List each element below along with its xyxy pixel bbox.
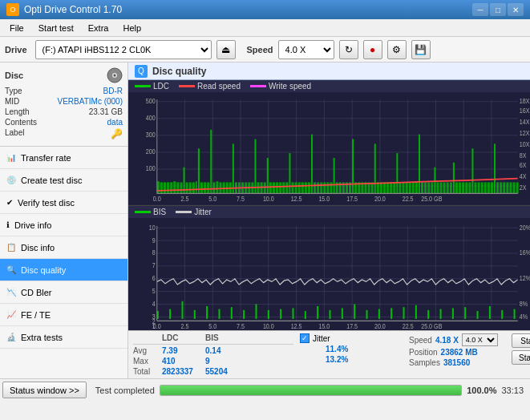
svg-rect-141 bbox=[453, 163, 455, 194]
disc-info-icon: 📋 bbox=[6, 243, 16, 252]
minimize-button[interactable]: ─ bbox=[472, 3, 488, 16]
svg-text:7.5: 7.5 bbox=[237, 195, 245, 203]
menu-start-test[interactable]: Start test bbox=[32, 22, 80, 34]
svg-rect-90 bbox=[291, 182, 293, 193]
svg-rect-158 bbox=[506, 182, 508, 193]
drive-select[interactable]: (F:) ATAPI iHBS112 2 CL0K bbox=[35, 40, 212, 59]
save-button[interactable]: 💾 bbox=[411, 40, 431, 59]
svg-rect-91 bbox=[295, 182, 297, 193]
app-icon: O bbox=[6, 3, 19, 16]
nav-drive-info[interactable]: ℹ Drive info bbox=[0, 214, 127, 236]
svg-rect-212 bbox=[169, 309, 171, 318]
svg-text:20%: 20% bbox=[520, 224, 530, 232]
progress-bar-fill bbox=[160, 386, 461, 395]
menu-file[interactable]: File bbox=[3, 22, 30, 34]
disc-type-label: Type bbox=[5, 87, 22, 95]
disc-button[interactable]: ● bbox=[363, 40, 382, 59]
samples-value: 381560 bbox=[443, 358, 470, 367]
nav-cd-bler[interactable]: 📉 CD Bler bbox=[0, 281, 127, 304]
refresh-button[interactable]: ↻ bbox=[339, 40, 358, 59]
svg-rect-229 bbox=[378, 309, 380, 318]
svg-rect-87 bbox=[282, 182, 285, 193]
nav-create-test-disc[interactable]: 💿 Create test disc bbox=[0, 169, 127, 192]
max-label: Max bbox=[133, 357, 159, 365]
svg-rect-231 bbox=[403, 307, 405, 319]
maximize-button[interactable]: □ bbox=[490, 3, 506, 16]
svg-rect-83 bbox=[269, 182, 272, 193]
disc-type-row: Type BD-R bbox=[5, 87, 123, 95]
svg-text:7: 7 bbox=[152, 261, 156, 269]
nav-extra-tests[interactable]: 🔬 Extra tests bbox=[0, 326, 127, 349]
svg-rect-99 bbox=[320, 182, 322, 193]
main-layout: Disc Type BD-R MID VERBATIMc (000) Lengt… bbox=[0, 63, 530, 378]
nav-verify-test-disc[interactable]: ✔ Verify test disc bbox=[0, 192, 127, 214]
nav-disc-quality-label: Disc quality bbox=[21, 265, 66, 275]
svg-rect-145 bbox=[465, 182, 467, 193]
settings-button[interactable]: ⚙ bbox=[387, 40, 407, 59]
cd-bler-icon: 📉 bbox=[6, 288, 16, 297]
svg-text:5: 5 bbox=[152, 287, 156, 295]
disc-type-value: BD-R bbox=[103, 87, 123, 95]
menu-extra[interactable]: Extra bbox=[82, 22, 115, 34]
write-speed-color bbox=[250, 85, 266, 87]
bottom-chart-svg: 10 9 8 7 6 5 4 3 2 1 20% 16% 12% bbox=[128, 218, 530, 331]
results-area: LDC BIS Avg 7.39 0.14 Max 410 9 Total 28… bbox=[128, 330, 530, 378]
legend-bis-label: BIS bbox=[153, 208, 166, 216]
nav-drive-info-label: Drive info bbox=[14, 220, 51, 230]
svg-rect-144 bbox=[462, 182, 464, 193]
svg-text:6: 6 bbox=[152, 274, 156, 282]
svg-text:4: 4 bbox=[152, 300, 156, 308]
verify-disc-icon: ✔ bbox=[6, 198, 13, 207]
jitter-avg-label bbox=[300, 345, 322, 353]
svg-text:25.0 GB: 25.0 GB bbox=[421, 195, 442, 203]
svg-text:400: 400 bbox=[146, 115, 156, 123]
start-full-button[interactable]: Start full bbox=[512, 333, 530, 348]
svg-rect-230 bbox=[390, 308, 392, 318]
svg-text:17.5: 17.5 bbox=[346, 195, 358, 203]
jitter-color bbox=[176, 211, 192, 213]
legend-bis: BIS bbox=[135, 208, 166, 216]
status-window-button[interactable]: Status window >> bbox=[2, 382, 87, 398]
svg-rect-92 bbox=[298, 182, 301, 193]
svg-text:5.0: 5.0 bbox=[208, 195, 216, 203]
svg-rect-118 bbox=[380, 182, 382, 193]
max-ldc-value: 410 bbox=[162, 357, 202, 365]
svg-text:20.0: 20.0 bbox=[374, 322, 386, 330]
svg-rect-155 bbox=[496, 182, 499, 193]
svg-rect-86 bbox=[279, 182, 281, 193]
stats-columns: LDC BIS Avg 7.39 0.14 Max 410 9 Total 28… bbox=[133, 333, 293, 376]
max-bis-value: 9 bbox=[205, 357, 245, 365]
svg-rect-232 bbox=[415, 305, 417, 318]
svg-rect-124 bbox=[399, 182, 401, 193]
svg-text:6X: 6X bbox=[520, 161, 527, 169]
svg-text:8X: 8X bbox=[520, 152, 527, 160]
start-part-button[interactable]: Start part bbox=[512, 350, 530, 365]
stats-total-row: Total 2823337 55204 bbox=[133, 367, 293, 376]
svg-text:4%: 4% bbox=[520, 313, 528, 321]
transfer-rate-icon: 📊 bbox=[6, 153, 16, 162]
speed-label: Speed bbox=[247, 45, 273, 55]
svg-rect-147 bbox=[471, 148, 473, 193]
eject-button[interactable]: ⏏ bbox=[216, 40, 236, 59]
svg-rect-134 bbox=[431, 182, 433, 193]
speed-stat-select[interactable]: 4.0 X bbox=[462, 333, 498, 346]
speed-select[interactable]: 4.0 X bbox=[278, 40, 334, 59]
top-chart-svg: 500 400 300 200 100 18X 16X 14X 12X 10X … bbox=[128, 92, 530, 205]
menu-help[interactable]: Help bbox=[116, 22, 148, 34]
speed-stats: Speed 4.18 X 4.0 X Position 23862 MB Sam… bbox=[409, 333, 505, 376]
svg-rect-224 bbox=[317, 305, 318, 318]
nav-fe-te[interactable]: 📈 FE / TE bbox=[0, 304, 127, 326]
nav-extra-tests-label: Extra tests bbox=[21, 333, 63, 342]
disc-label-icon[interactable]: 🔑 bbox=[111, 128, 123, 139]
legend-ldc: LDC bbox=[135, 82, 169, 91]
svg-rect-119 bbox=[383, 182, 386, 193]
svg-rect-95 bbox=[308, 182, 310, 193]
jitter-checkbox[interactable]: ✓ bbox=[300, 333, 310, 343]
svg-rect-102 bbox=[330, 182, 333, 193]
close-button[interactable]: ✕ bbox=[508, 3, 524, 16]
svg-text:25.0 GB: 25.0 GB bbox=[421, 322, 442, 330]
svg-rect-96 bbox=[311, 135, 313, 194]
nav-transfer-rate[interactable]: 📊 Transfer rate bbox=[0, 147, 127, 169]
nav-disc-info[interactable]: 📋 Disc info bbox=[0, 236, 127, 259]
nav-disc-quality[interactable]: 🔍 Disc quality bbox=[0, 259, 127, 281]
